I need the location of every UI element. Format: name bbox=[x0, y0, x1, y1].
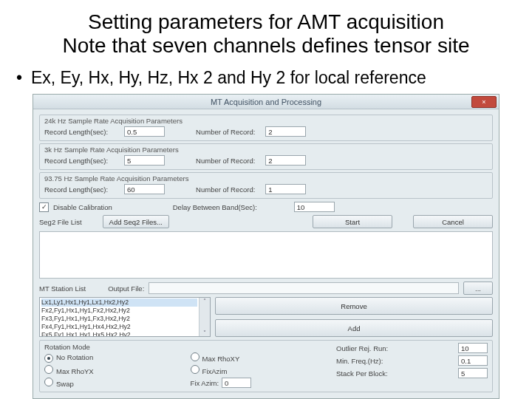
seg2-row: Seg2 File List Add Seq2 Files... Start C… bbox=[39, 215, 493, 228]
radio-no-rotation[interactable]: No Rotation bbox=[44, 353, 171, 363]
rotation-group: Rotation Mode No Rotation Max RhoXY Max … bbox=[39, 340, 493, 392]
select-scrollbar[interactable]: ˄ ˅ bbox=[199, 298, 210, 336]
add-seq2-files-button[interactable]: Add Seq2 Files... bbox=[103, 215, 169, 228]
app-window: MT Acquisition and Processing × 24k Hz S… bbox=[33, 94, 499, 399]
list-item[interactable]: Fx5,Fy1,Hx1,Hy1,Hx5,Hx2,Hy2 bbox=[41, 331, 197, 336]
radio-icon bbox=[44, 354, 53, 363]
slide-title: Setting parameters for AMT acquisition N… bbox=[0, 0, 532, 61]
list-item[interactable]: Fx4,Fy1,Hx1,Hy1,Hx4,Hx2,Hy2 bbox=[41, 323, 197, 331]
fix-azim-label: Fix Azim: bbox=[191, 379, 219, 387]
rec-len-label-24k: Record Length(sec): bbox=[44, 128, 108, 136]
cancel-button[interactable]: Cancel bbox=[413, 215, 493, 228]
radio-icon bbox=[191, 365, 200, 374]
disable-calibration-checkbox[interactable]: ✓ bbox=[39, 202, 49, 212]
rec-len-input-93[interactable]: 60 bbox=[124, 184, 165, 194]
chevron-down-icon[interactable]: ˅ bbox=[203, 330, 206, 336]
num-rec-label-93: Number of Record: bbox=[196, 185, 255, 194]
group-3k: 3k Hz Sample Rate Acquisition Parameters… bbox=[39, 143, 493, 170]
minfreq-label: Min. Freq.(Hz): bbox=[336, 357, 383, 365]
seg2-label: Seg2 File List bbox=[39, 218, 82, 226]
radio-icon bbox=[191, 352, 200, 361]
options-row: ✓ Disable Calibration Delay Between Band… bbox=[39, 202, 493, 212]
close-icon: × bbox=[482, 99, 485, 106]
outlier-label: Outlier Rej. Run: bbox=[336, 344, 388, 352]
rec-len-label-3k: Record Length(sec): bbox=[44, 157, 108, 165]
num-rec-input-24k[interactable]: 2 bbox=[265, 126, 306, 137]
delay-input[interactable]: 10 bbox=[294, 202, 335, 212]
num-rec-input-3k[interactable]: 2 bbox=[265, 155, 306, 166]
seg2-file-list[interactable] bbox=[39, 231, 493, 279]
chevron-up-icon[interactable]: ˄ bbox=[203, 298, 206, 304]
list-item[interactable]: Lx1,Ly1,Hx1,Hy1,Lx1,Hx2,Hy2 bbox=[41, 299, 197, 307]
close-button[interactable]: × bbox=[471, 96, 497, 108]
fix-azim-input[interactable]: 0 bbox=[222, 378, 251, 388]
title-line-2: Note that seven channels defines tensor … bbox=[62, 34, 469, 57]
minfreq-input[interactable]: 0.1 bbox=[458, 355, 488, 366]
mt-row: MT Station List Output File: ... bbox=[39, 282, 493, 295]
channel-select[interactable]: Lx1,Ly1,Hx1,Hy1,Lx1,Hx2,Hy2 Fx2,Fy1,Hx1,… bbox=[39, 297, 211, 337]
group-93: 93.75 Hz Sample Rate Acquisition Paramet… bbox=[39, 172, 493, 199]
window-title: MT Acquisition and Processing bbox=[211, 98, 321, 106]
group-93-legend: 93.75 Hz Sample Rate Acquisition Paramet… bbox=[44, 174, 488, 183]
add-button[interactable]: Add bbox=[215, 319, 493, 337]
rec-len-input-24k[interactable]: 0.5 bbox=[124, 126, 165, 137]
check-icon: ✓ bbox=[41, 204, 47, 211]
radio-fix-azim[interactable]: FixAzim bbox=[191, 365, 329, 375]
title-line-1: Setting parameters for AMT acquisition bbox=[88, 10, 444, 33]
group-3k-legend: 3k Hz Sample Rate Acquisition Parameters bbox=[44, 146, 488, 154]
mt-station-label: MT Station List bbox=[39, 284, 86, 293]
output-file-input[interactable] bbox=[149, 282, 459, 294]
list-item[interactable]: Fx2,Fy1,Hx1,Hy1,Fx2,Hx2,Hy2 bbox=[41, 307, 197, 315]
rec-len-input-3k[interactable]: 5 bbox=[124, 155, 165, 166]
rotation-legend: Rotation Mode bbox=[44, 343, 329, 351]
radio-icon bbox=[44, 365, 53, 374]
num-rec-label-24k: Number of Record: bbox=[196, 128, 255, 136]
radio-icon bbox=[44, 378, 53, 386]
bullet-channels: Ex, Ey, Hx, Hy, Hz, Hx 2 and Hy 2 for lo… bbox=[0, 61, 532, 94]
list-item[interactable]: Fx3,Fy1,Hx1,Hy1,Fx3,Hx2,Hy2 bbox=[41, 315, 197, 323]
group-24k: 24k Hz Sample Rate Acquisition Parameter… bbox=[39, 115, 493, 141]
outlier-input[interactable]: 10 bbox=[458, 343, 488, 353]
stack-input[interactable]: 5 bbox=[458, 368, 488, 378]
channel-select-items: Lx1,Ly1,Hx1,Hy1,Lx1,Hx2,Hy2 Fx2,Fy1,Hx1,… bbox=[40, 298, 199, 336]
radio-swap[interactable]: Swap bbox=[44, 378, 171, 388]
window-body: 24k Hz Sample Rate Acquisition Parameter… bbox=[33, 109, 499, 398]
channel-combo-row: Lx1,Ly1,Hx1,Hy1,Lx1,Hx2,Hy2 Fx2,Fy1,Hx1,… bbox=[39, 297, 493, 337]
fix-azim-row: Fix Azim: 0 bbox=[191, 378, 329, 388]
titlebar[interactable]: MT Acquisition and Processing × bbox=[33, 95, 499, 109]
num-rec-label-3k: Number of Record: bbox=[196, 157, 255, 165]
radio-max-rhoyx[interactable]: Max RhoYX bbox=[44, 365, 171, 375]
delay-label: Delay Between Band(Sec): bbox=[173, 203, 257, 211]
num-rec-input-93[interactable]: 1 bbox=[265, 184, 306, 194]
browse-button[interactable]: ... bbox=[463, 282, 493, 295]
group-24k-legend: 24k Hz Sample Rate Acquisition Parameter… bbox=[44, 117, 488, 125]
disable-calibration-label: Disable Calibration bbox=[53, 203, 112, 211]
stack-label: Stack Per Block: bbox=[336, 369, 388, 378]
output-file-label: Output File: bbox=[108, 284, 144, 293]
radio-max-rhoxy[interactable]: Max RhoXY bbox=[191, 352, 329, 363]
remove-button[interactable]: Remove bbox=[215, 297, 493, 315]
rec-len-label-93: Record Length(sec): bbox=[44, 185, 108, 194]
start-button[interactable]: Start bbox=[313, 215, 392, 228]
